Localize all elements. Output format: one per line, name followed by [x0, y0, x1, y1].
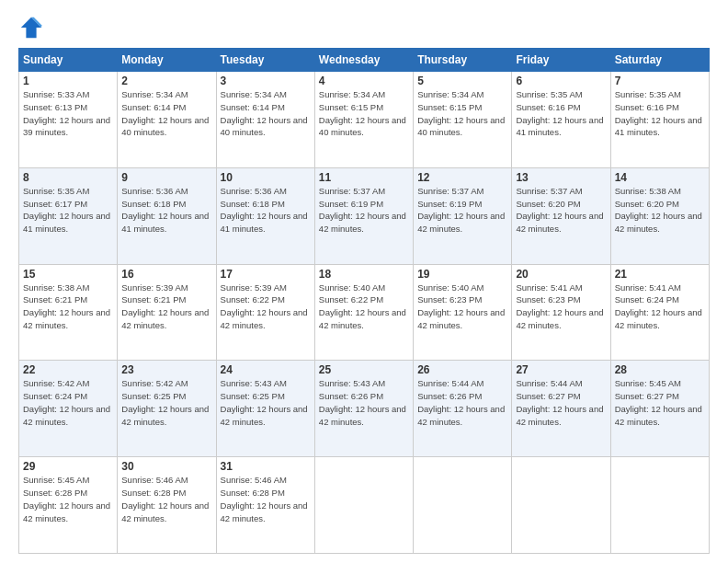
day-info: Sunrise: 5:37 AMSunset: 6:19 PMDaylight:…	[417, 186, 505, 234]
calendar-week-2: 8 Sunrise: 5:35 AMSunset: 6:17 PMDayligh…	[19, 167, 710, 264]
calendar-cell: 7 Sunrise: 5:35 AMSunset: 6:16 PMDayligh…	[610, 72, 709, 168]
day-info: Sunrise: 5:33 AMSunset: 6:13 PMDaylight:…	[23, 89, 110, 137]
calendar-cell: 31 Sunrise: 5:46 AMSunset: 6:28 PMDaylig…	[216, 457, 314, 554]
day-info: Sunrise: 5:36 AMSunset: 6:18 PMDaylight:…	[121, 186, 209, 234]
calendar-cell: 29 Sunrise: 5:45 AMSunset: 6:28 PMDaylig…	[19, 457, 118, 554]
day-info: Sunrise: 5:34 AMSunset: 6:14 PMDaylight:…	[221, 89, 308, 137]
day-info: Sunrise: 5:45 AMSunset: 6:27 PMDaylight:…	[615, 378, 702, 426]
day-info: Sunrise: 5:36 AMSunset: 6:18 PMDaylight:…	[221, 186, 308, 234]
day-info: Sunrise: 5:41 AMSunset: 6:23 PMDaylight:…	[516, 282, 603, 330]
day-number: 7	[615, 75, 705, 87]
day-info: Sunrise: 5:40 AMSunset: 6:22 PMDaylight:…	[319, 282, 406, 330]
day-number: 14	[615, 171, 705, 184]
day-number: 18	[319, 268, 409, 281]
calendar-cell: 21 Sunrise: 5:41 AMSunset: 6:24 PMDaylig…	[610, 264, 709, 361]
calendar-cell: 27 Sunrise: 5:44 AMSunset: 6:27 PMDaylig…	[512, 361, 610, 457]
calendar-cell	[610, 457, 709, 554]
day-info: Sunrise: 5:41 AMSunset: 6:24 PMDaylight:…	[615, 282, 702, 330]
day-info: Sunrise: 5:39 AMSunset: 6:22 PMDaylight:…	[221, 282, 308, 330]
day-header-thursday: Thursday	[414, 49, 512, 72]
day-info: Sunrise: 5:34 AMSunset: 6:15 PMDaylight:…	[319, 89, 406, 137]
day-info: Sunrise: 5:37 AMSunset: 6:20 PMDaylight:…	[516, 186, 603, 234]
calendar-week-4: 22 Sunrise: 5:42 AMSunset: 6:24 PMDaylig…	[19, 361, 710, 457]
day-number: 15	[23, 268, 113, 281]
header	[18, 15, 710, 40]
day-info: Sunrise: 5:34 AMSunset: 6:15 PMDaylight:…	[417, 89, 505, 137]
calendar-cell	[414, 457, 512, 554]
day-number: 2	[121, 75, 211, 87]
calendar-cell: 17 Sunrise: 5:39 AMSunset: 6:22 PMDaylig…	[216, 264, 314, 361]
calendar-cell: 5 Sunrise: 5:34 AMSunset: 6:15 PMDayligh…	[414, 72, 512, 168]
day-header-sunday: Sunday	[19, 49, 118, 72]
calendar-cell: 10 Sunrise: 5:36 AMSunset: 6:18 PMDaylig…	[216, 167, 314, 264]
day-info: Sunrise: 5:46 AMSunset: 6:28 PMDaylight:…	[221, 475, 308, 523]
day-number: 5	[417, 75, 507, 87]
day-number: 31	[221, 460, 311, 473]
day-info: Sunrise: 5:35 AMSunset: 6:16 PMDaylight:…	[516, 89, 603, 137]
day-number: 1	[23, 75, 113, 87]
day-info: Sunrise: 5:37 AMSunset: 6:19 PMDaylight:…	[319, 186, 406, 234]
calendar-cell: 20 Sunrise: 5:41 AMSunset: 6:23 PMDaylig…	[512, 264, 610, 361]
day-header-friday: Friday	[512, 49, 610, 72]
day-number: 8	[23, 171, 113, 184]
day-info: Sunrise: 5:42 AMSunset: 6:24 PMDaylight:…	[23, 378, 110, 426]
day-info: Sunrise: 5:39 AMSunset: 6:21 PMDaylight:…	[121, 282, 209, 330]
calendar-cell: 19 Sunrise: 5:40 AMSunset: 6:23 PMDaylig…	[414, 264, 512, 361]
day-info: Sunrise: 5:35 AMSunset: 6:16 PMDaylight:…	[615, 89, 702, 137]
day-number: 21	[615, 268, 705, 281]
day-info: Sunrise: 5:43 AMSunset: 6:25 PMDaylight:…	[221, 378, 308, 426]
day-number: 23	[121, 363, 211, 376]
day-number: 12	[417, 171, 507, 184]
calendar-week-1: 1 Sunrise: 5:33 AMSunset: 6:13 PMDayligh…	[19, 72, 710, 168]
calendar-cell: 1 Sunrise: 5:33 AMSunset: 6:13 PMDayligh…	[19, 72, 118, 168]
day-number: 10	[221, 171, 311, 184]
day-number: 3	[221, 75, 311, 87]
calendar-cell: 4 Sunrise: 5:34 AMSunset: 6:15 PMDayligh…	[314, 72, 413, 168]
day-number: 6	[516, 75, 606, 87]
day-header-wednesday: Wednesday	[314, 49, 413, 72]
day-header-monday: Monday	[118, 49, 216, 72]
day-number: 24	[221, 363, 311, 376]
logo	[18, 15, 46, 40]
day-number: 9	[121, 171, 211, 184]
calendar-cell: 24 Sunrise: 5:43 AMSunset: 6:25 PMDaylig…	[216, 361, 314, 457]
calendar-cell: 28 Sunrise: 5:45 AMSunset: 6:27 PMDaylig…	[610, 361, 709, 457]
calendar-week-3: 15 Sunrise: 5:38 AMSunset: 6:21 PMDaylig…	[19, 264, 710, 361]
day-number: 16	[121, 268, 211, 281]
day-number: 28	[615, 363, 705, 376]
calendar-cell: 11 Sunrise: 5:37 AMSunset: 6:19 PMDaylig…	[314, 167, 413, 264]
calendar-header-row: SundayMondayTuesdayWednesdayThursdayFrid…	[19, 49, 710, 72]
day-number: 26	[417, 363, 507, 376]
day-info: Sunrise: 5:43 AMSunset: 6:26 PMDaylight:…	[319, 378, 406, 426]
calendar-cell: 26 Sunrise: 5:44 AMSunset: 6:26 PMDaylig…	[414, 361, 512, 457]
calendar-cell: 15 Sunrise: 5:38 AMSunset: 6:21 PMDaylig…	[19, 264, 118, 361]
calendar-cell: 14 Sunrise: 5:38 AMSunset: 6:20 PMDaylig…	[610, 167, 709, 264]
day-info: Sunrise: 5:35 AMSunset: 6:17 PMDaylight:…	[23, 186, 110, 234]
calendar-table: SundayMondayTuesdayWednesdayThursdayFrid…	[18, 48, 710, 554]
calendar-cell: 6 Sunrise: 5:35 AMSunset: 6:16 PMDayligh…	[512, 72, 610, 168]
day-info: Sunrise: 5:44 AMSunset: 6:27 PMDaylight:…	[516, 378, 603, 426]
day-number: 19	[417, 268, 507, 281]
calendar-cell: 16 Sunrise: 5:39 AMSunset: 6:21 PMDaylig…	[118, 264, 216, 361]
calendar-cell: 18 Sunrise: 5:40 AMSunset: 6:22 PMDaylig…	[314, 264, 413, 361]
calendar-cell: 30 Sunrise: 5:46 AMSunset: 6:28 PMDaylig…	[118, 457, 216, 554]
day-info: Sunrise: 5:34 AMSunset: 6:14 PMDaylight:…	[121, 89, 209, 137]
day-info: Sunrise: 5:38 AMSunset: 6:21 PMDaylight:…	[23, 282, 110, 330]
day-info: Sunrise: 5:46 AMSunset: 6:28 PMDaylight:…	[121, 475, 209, 523]
calendar-cell: 23 Sunrise: 5:42 AMSunset: 6:25 PMDaylig…	[118, 361, 216, 457]
day-info: Sunrise: 5:40 AMSunset: 6:23 PMDaylight:…	[417, 282, 505, 330]
day-number: 4	[319, 75, 409, 87]
calendar-cell: 25 Sunrise: 5:43 AMSunset: 6:26 PMDaylig…	[314, 361, 413, 457]
calendar-cell	[314, 457, 413, 554]
calendar-cell: 3 Sunrise: 5:34 AMSunset: 6:14 PMDayligh…	[216, 72, 314, 168]
calendar-cell: 13 Sunrise: 5:37 AMSunset: 6:20 PMDaylig…	[512, 167, 610, 264]
calendar-cell: 2 Sunrise: 5:34 AMSunset: 6:14 PMDayligh…	[118, 72, 216, 168]
day-header-tuesday: Tuesday	[216, 49, 314, 72]
day-number: 27	[516, 363, 606, 376]
day-info: Sunrise: 5:38 AMSunset: 6:20 PMDaylight:…	[615, 186, 702, 234]
day-info: Sunrise: 5:42 AMSunset: 6:25 PMDaylight:…	[121, 378, 209, 426]
calendar-cell: 22 Sunrise: 5:42 AMSunset: 6:24 PMDaylig…	[19, 361, 118, 457]
calendar-week-5: 29 Sunrise: 5:45 AMSunset: 6:28 PMDaylig…	[19, 457, 710, 554]
day-number: 20	[516, 268, 606, 281]
day-number: 13	[516, 171, 606, 184]
